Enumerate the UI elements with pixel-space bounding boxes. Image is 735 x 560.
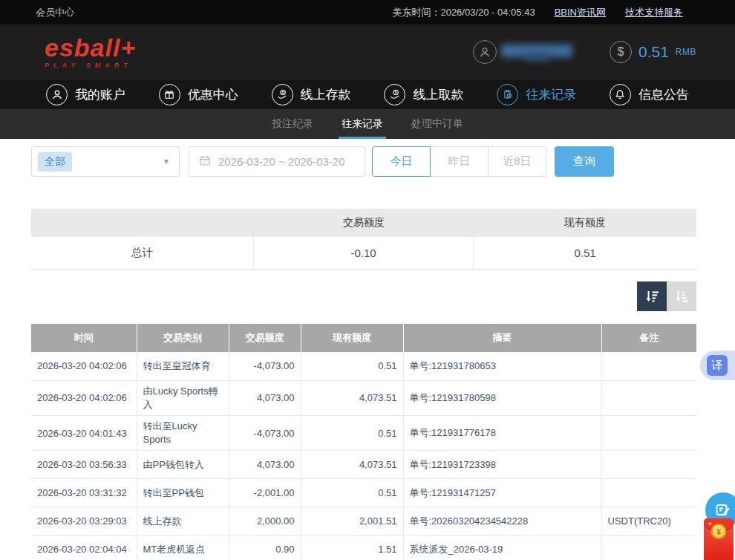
table-row: 2026-03-20 03:31:32 转出至PP钱包 -2,001.00 0.… — [31, 479, 696, 507]
withdraw-icon: $ — [384, 84, 405, 105]
summary-total-label: 总计 — [31, 237, 254, 269]
col-balance: 现有额度 — [301, 324, 403, 352]
today-button[interactable]: 今日 — [372, 146, 431, 177]
type-filter-value: 全部 — [38, 152, 72, 172]
bell-icon — [610, 84, 631, 105]
tech-support-link[interactable]: 技术支持服务 — [625, 6, 683, 19]
bbin-news-link[interactable]: BBIN资讯网 — [555, 6, 606, 19]
filter-bar: 全部 ▼ 2026-03-20 ~ 2026-03-20 今日 昨日 近8日 查… — [31, 146, 696, 177]
user-account-chip[interactable] — [473, 40, 575, 64]
nav-label: 线上存款 — [301, 86, 351, 103]
quick-date-group: 今日 昨日 近8日 — [372, 146, 546, 177]
table-row: 2026-03-20 04:02:06 由Lucky Sports轉入 4,07… — [31, 380, 696, 415]
site-header: esball+ PLAY SMART $ 0.51 RMB — [0, 25, 735, 79]
tab-betting-records[interactable]: 投注纪录 — [269, 109, 316, 139]
records-icon — [497, 84, 518, 105]
col-summary: 摘要 — [403, 324, 601, 352]
summary-header-transaction: 交易额度 — [254, 209, 474, 237]
chevron-down-icon: ▼ — [163, 157, 170, 166]
summary-total-balance: 0.51 — [474, 237, 696, 269]
summary-total-row: 总计 -0.10 0.51 — [31, 237, 696, 270]
col-time: 时间 — [31, 324, 137, 352]
table-row: 2026-03-20 02:04:04 MT老虎机返点 0.90 1.51 系统… — [31, 535, 696, 560]
query-button[interactable]: 查询 — [555, 146, 614, 177]
col-remark: 备注 — [601, 324, 696, 352]
gold-coin-icon: ¥ — [711, 524, 727, 539]
summary-header-empty — [31, 209, 254, 237]
logo-tagline: PLAY SMART — [45, 62, 136, 69]
red-envelope-button[interactable]: ✦ ¥ — [704, 518, 734, 560]
nav-label: 我的账户 — [75, 86, 125, 103]
username-blurred — [501, 43, 575, 61]
nav-item-deposit[interactable]: 线上存款 — [272, 84, 351, 105]
edit-note-icon — [714, 501, 732, 519]
type-filter-select[interactable]: 全部 ▼ — [31, 146, 180, 177]
nav-label: 往来记录 — [526, 86, 576, 103]
table-header-row: 时间 交易类别 交易额度 现有额度 摘要 备注 — [31, 324, 696, 352]
balance-amount: 0.51 — [638, 43, 669, 61]
nav-item-withdraw[interactable]: $ 线上取款 — [384, 84, 463, 105]
member-center-page: 会员中心 美东时间：2026/03/20 - 04:05:43 BBIN资讯网 … — [0, 0, 735, 560]
transaction-table: 时间 交易类别 交易额度 现有额度 摘要 备注 2026-03-20 04:02… — [31, 324, 696, 560]
nav-label: 信息公告 — [638, 86, 689, 103]
tab-pending-orders[interactable]: 处理中订单 — [408, 109, 466, 139]
nav-item-my-account[interactable]: 我的账户 — [46, 84, 125, 105]
table-row: 2026-03-20 03:56:33 由PP钱包转入 4,073.00 4,0… — [31, 451, 696, 479]
balance-currency: RMB — [676, 47, 696, 57]
summary-total-transaction: -0.10 — [254, 237, 474, 269]
gift-icon — [159, 84, 180, 105]
table-row: 2026-03-20 04:02:06 转出至皇冠体育 -4,073.00 0.… — [31, 352, 696, 380]
sort-descending-button[interactable] — [637, 281, 667, 311]
user-icon — [46, 84, 68, 105]
nav-item-promotions[interactable]: 优惠中心 — [159, 84, 238, 105]
sub-nav: 投注纪录 往来记录 处理中订单 — [0, 109, 735, 139]
yesterday-button[interactable]: 昨日 — [430, 146, 489, 177]
server-time: 美东时间：2026/03/20 - 04:05:43 — [392, 6, 535, 19]
table-row: 2026-03-20 04:01:43 转出至Lucky Sports -4,0… — [31, 415, 696, 450]
logo-text: esball+ — [45, 35, 136, 60]
member-center-label: 会员中心 — [36, 6, 74, 19]
summary-header-row: 交易额度 现有额度 — [31, 209, 696, 237]
translate-widget[interactable]: 译 — [700, 351, 735, 380]
nav-label: 优惠中心 — [188, 86, 238, 103]
sort-controls — [31, 281, 696, 311]
nav-item-announcements[interactable]: 信息公告 — [610, 84, 689, 105]
translate-icon: 译 — [707, 355, 728, 376]
wallet-balance[interactable]: $ 0.51 RMB — [610, 41, 696, 63]
sort-ascending-button[interactable] — [667, 281, 696, 311]
summary-header-balance: 现有额度 — [474, 209, 696, 237]
deposit-icon — [272, 84, 293, 105]
esball-logo[interactable]: esball+ PLAY SMART — [45, 35, 136, 69]
last-8-days-button[interactable]: 近8日 — [488, 146, 546, 177]
table-row: 2026-03-20 03:29:03 线上存款 2,000.00 2,001.… — [31, 507, 696, 535]
col-amount: 交易额度 — [229, 324, 301, 352]
dollar-icon: $ — [610, 41, 632, 63]
avatar-icon — [473, 40, 497, 64]
top-bar: 会员中心 美东时间：2026/03/20 - 04:05:43 BBIN资讯网 … — [0, 0, 735, 25]
nav-item-transactions[interactable]: 往来记录 — [497, 84, 576, 105]
calendar-icon — [198, 154, 212, 170]
col-type: 交易类别 — [137, 324, 229, 352]
summary-table: 交易额度 现有额度 总计 -0.10 0.51 — [31, 209, 696, 270]
sort-descending-icon — [643, 287, 661, 305]
sort-ascending-icon — [673, 287, 690, 305]
nav-label: 线上取款 — [413, 86, 463, 103]
date-range-input[interactable]: 2026-03-20 ~ 2026-03-20 — [189, 146, 365, 177]
main-nav: 我的账户 优惠中心 线上存款 $ 线上取款 往来记录 — [0, 79, 735, 109]
date-range-value: 2026-03-20 ~ 2026-03-20 — [218, 155, 345, 168]
tab-transaction-records[interactable]: 往来记录 — [339, 109, 386, 139]
